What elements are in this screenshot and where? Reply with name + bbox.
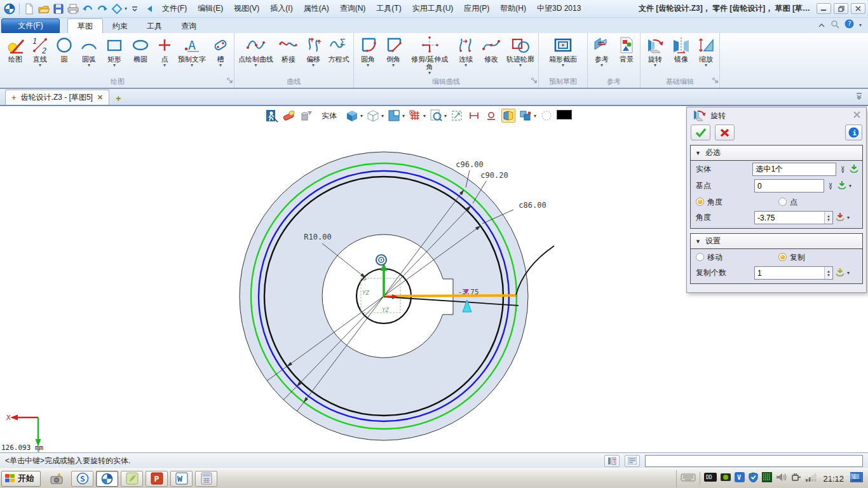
point-radio[interactable] <box>778 198 787 206</box>
tab-inquire[interactable]: 查询 <box>172 19 206 33</box>
help-icon[interactable]: ? <box>844 19 854 31</box>
group-launcher-icon[interactable] <box>531 74 537 86</box>
file-menu-button[interactable]: 文件(F) <box>1 18 60 33</box>
tray-matrix-icon[interactable] <box>762 472 772 485</box>
frame-resize-icon[interactable] <box>450 109 464 123</box>
minimize-button[interactable] <box>817 3 831 14</box>
dim-label-c96[interactable]: c96.00 <box>456 160 483 169</box>
dim-symbol-icon[interactable] <box>484 109 498 123</box>
copies-spinner[interactable]: ▲▼ <box>824 267 832 279</box>
tool-trim-extend[interactable]: 修剪/延伸成角▾ <box>406 34 453 77</box>
taskbar-app-zw3d[interactable] <box>96 471 118 487</box>
redo-button[interactable] <box>95 2 109 16</box>
menu-tools[interactable]: 工具(T) <box>371 0 406 17</box>
filter-type-label[interactable]: 实体 <box>322 111 337 121</box>
network-signal-icon[interactable] <box>805 473 817 484</box>
tool-bridge[interactable]: 桥接 <box>276 34 301 69</box>
caret-icon[interactable]: ▾ <box>360 113 363 119</box>
tool-ready-text[interactable]: A预制文字▾ <box>175 34 208 69</box>
menu-file[interactable]: 文件(F) <box>157 0 192 17</box>
tool-arc[interactable]: 圆弧▾ <box>76 34 102 69</box>
required-section-header[interactable]: ▼必选 <box>691 146 862 161</box>
color-swatch[interactable] <box>557 110 572 122</box>
tool-point[interactable]: 点▾ <box>154 34 175 69</box>
group-launcher-icon[interactable] <box>227 74 233 86</box>
tool-box-section[interactable]: 箱形截面▾ <box>540 34 586 69</box>
menu-inquire[interactable]: 查询(N) <box>335 0 371 17</box>
back-icon[interactable] <box>142 2 156 16</box>
search-icon[interactable] <box>831 20 839 31</box>
ok-button[interactable] <box>691 125 710 140</box>
angle-radio-label[interactable]: 角度 <box>707 198 722 207</box>
status-list-icon[interactable] <box>625 455 640 467</box>
show-desktop-icon[interactable] <box>850 472 863 485</box>
wireframe-display-icon[interactable] <box>366 109 380 123</box>
copy-radio[interactable] <box>778 253 787 261</box>
screenshot-tool-icon[interactable] <box>50 471 64 485</box>
base-point-input[interactable] <box>754 179 824 193</box>
keyboard-icon[interactable] <box>681 472 696 485</box>
gizmo-dropdown-caret[interactable]: ▾ <box>125 6 127 11</box>
new-file-button[interactable] <box>22 2 36 16</box>
document-tab[interactable]: + 齿轮设计.Z3 - [草图5] ✕ <box>5 90 109 105</box>
taskbar-app-calculator[interactable] <box>195 471 217 487</box>
copies-input[interactable] <box>754 266 833 280</box>
menu-view[interactable]: 视图(V) <box>229 0 264 17</box>
open-file-button[interactable] <box>37 2 51 16</box>
menu-insert[interactable]: 插入(I) <box>265 0 297 17</box>
tool-sketch-draw[interactable]: 绘图 <box>3 34 28 69</box>
expand-chevron-icon[interactable]: ∨∨ <box>838 166 847 173</box>
pick-red-icon[interactable] <box>835 212 845 224</box>
tab-tools[interactable]: 工具 <box>137 19 172 33</box>
tool-modify[interactable]: 修改 <box>478 34 504 69</box>
caret-icon[interactable]: ▾ <box>423 113 426 119</box>
command-input[interactable] <box>645 455 863 467</box>
tabbar-overflow-icon[interactable] <box>850 91 868 105</box>
copy-mode-icon[interactable] <box>519 109 532 123</box>
tab-close-icon[interactable]: ✕ <box>97 93 103 102</box>
close-button[interactable] <box>851 3 865 14</box>
tray-v-app-icon[interactable]: V <box>735 472 745 485</box>
tool-equation[interactable]: Σ方程式 <box>325 34 352 69</box>
caret-icon[interactable]: ▾ <box>381 113 384 119</box>
print-button[interactable] <box>66 2 80 16</box>
dim-label-r10[interactable]: R10.00 <box>304 233 331 241</box>
tool-line[interactable]: 12直线▾ <box>28 34 52 69</box>
undo-button[interactable] <box>81 2 95 16</box>
taskbar-app-notes[interactable] <box>121 471 143 487</box>
plane-display-icon[interactable] <box>387 109 401 123</box>
eraser-icon[interactable] <box>282 109 296 123</box>
entity-input[interactable] <box>752 163 836 176</box>
zoom-view-icon[interactable] <box>429 109 443 123</box>
taskbar-app-browser[interactable]: S <box>71 471 93 487</box>
tray-power-icon[interactable] <box>791 472 801 485</box>
menu-utilities[interactable]: 实用工具(U) <box>407 0 459 17</box>
grid-snap-icon[interactable] <box>408 109 422 123</box>
tool-rotate[interactable]: 旋转▾ <box>642 34 668 69</box>
qat-collapse-icon[interactable] <box>128 2 142 16</box>
volume-icon[interactable] <box>776 472 787 485</box>
canvas-area[interactable]: c96.00 c90.20 c86.00 R10.00 YZ YZ <box>0 106 868 452</box>
save-button[interactable] <box>51 2 65 16</box>
info-button[interactable]: i <box>845 125 862 140</box>
tray-shield-icon[interactable] <box>749 472 758 485</box>
point-radio-label[interactable]: 点 <box>790 198 797 207</box>
cancel-button[interactable] <box>715 125 735 140</box>
restore-button[interactable] <box>834 3 848 14</box>
expand-chevron-icon[interactable]: ∨∨ <box>826 183 835 189</box>
pick-green-icon[interactable] <box>849 163 859 175</box>
selected-line-entity[interactable] <box>385 295 516 296</box>
angle-input[interactable] <box>754 211 833 224</box>
caret-icon[interactable]: ▾ <box>444 113 447 119</box>
shaded-display-icon[interactable] <box>345 109 359 123</box>
caret-icon[interactable]: ▾ <box>402 113 405 119</box>
status-column-icon[interactable]: T <box>604 455 620 467</box>
tool-connect[interactable]: 连续▾ <box>453 34 478 69</box>
tool-rectangle[interactable]: 矩形▾ <box>102 34 127 69</box>
dim-horizontal-icon[interactable] <box>467 109 481 123</box>
dim-label-c86[interactable]: c86.00 <box>519 201 546 210</box>
angle-spinner[interactable]: ▲▼ <box>824 212 832 224</box>
tool-background[interactable]: 背景 <box>614 34 639 69</box>
view-gizmo-button[interactable] <box>110 2 124 16</box>
pick-caret-icon[interactable]: ▾ <box>847 215 850 220</box>
